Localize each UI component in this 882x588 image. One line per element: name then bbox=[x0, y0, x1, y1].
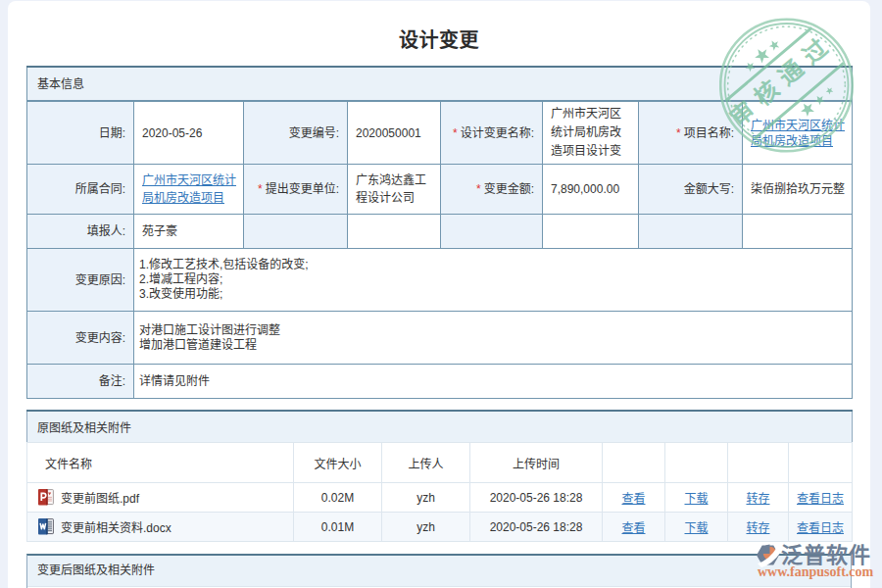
svg-text:www.fanpusoft.com: www.fanpusoft.com bbox=[758, 564, 874, 579]
